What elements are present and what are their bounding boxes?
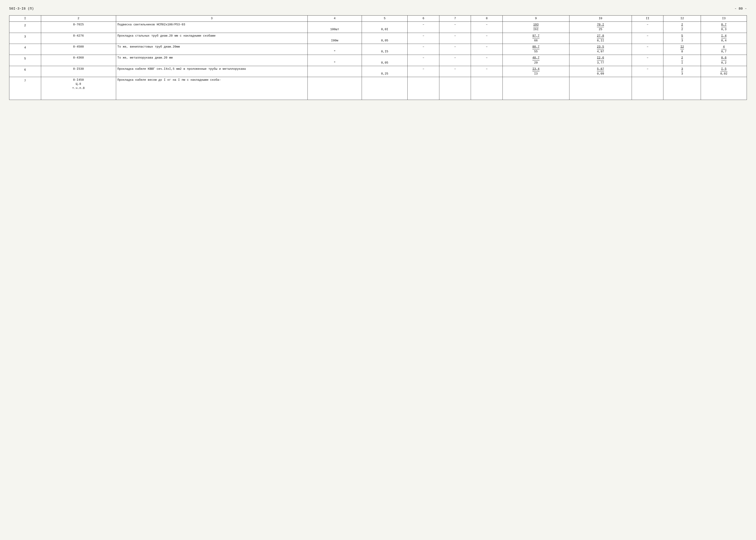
row-col12-5: 2 I	[664, 55, 701, 66]
row-col7-2: –	[439, 22, 471, 33]
row-col6-2: –	[408, 22, 440, 33]
row-col12-4: I2 8	[664, 44, 701, 55]
col-header-7: 7	[439, 16, 471, 22]
row-col13-6: I,5 0,02	[701, 66, 747, 77]
col-header-8: 8	[471, 16, 503, 22]
row-col11-4: –	[632, 44, 664, 55]
table-row: 2 8-70I5 Подвеска светильников НСП02x100…	[9, 22, 747, 33]
col-header-12: I2	[664, 16, 701, 22]
row-code-2: 8-70I5	[41, 22, 116, 33]
row-col6-7	[408, 77, 440, 100]
row-col5-6: 0,25	[362, 66, 407, 77]
table-row: 5 8-4360 То же, металлорукава диам.20 мм…	[9, 55, 747, 66]
row-col10-5: I2,6 3,77	[569, 55, 632, 66]
row-desc-5: То же, металлорукава диам.20 мм	[116, 55, 308, 66]
row-col11-2: –	[632, 22, 664, 33]
col-header-2: 2	[41, 16, 116, 22]
row-col8-3: –	[471, 33, 503, 44]
row-col7-7	[439, 77, 471, 100]
row-desc-2: Подвеска светильников НСП02x100/Р53-03	[116, 22, 308, 33]
row-col13-4: 4 0,7	[701, 44, 747, 55]
row-col11-6: –	[632, 66, 664, 77]
row-col13-2: 0,7 0,3	[701, 22, 747, 33]
row-col6-5: –	[408, 55, 440, 66]
row-col11-7	[632, 77, 664, 100]
row-col6-4: –	[408, 44, 440, 55]
row-col5-2: 0,0I	[362, 22, 407, 33]
row-col8-7	[471, 77, 503, 100]
col-header-6: 6	[408, 16, 440, 22]
row-col9-3: 97,7 66	[502, 33, 569, 44]
table-row: 7 8-I450 Ц.8 т.ч.п.8 Прокладка кабеля ве…	[9, 77, 747, 100]
row-col12-2: 2 2	[664, 22, 701, 33]
row-col9-4: 80,7 55	[502, 44, 569, 55]
page-number: - 80 -	[734, 7, 747, 11]
row-col5-5: 0,05	[362, 55, 407, 66]
row-col11-3: –	[632, 33, 664, 44]
row-desc-6: Прокладка кабеля КВВГ сеч.I4xI,5 мм2 в п…	[116, 66, 308, 77]
row-col5-3: 0,05	[362, 33, 407, 44]
col-header-4: 4	[308, 16, 362, 22]
row-num-2: 2	[9, 22, 41, 33]
row-col10-2: 70,I 25	[569, 22, 632, 33]
table-row: 4 8-4500 То же, винипластовых труб диам.…	[9, 44, 747, 55]
row-col7-5: –	[439, 55, 471, 66]
row-col7-6: –	[439, 66, 471, 77]
row-col10-3: 27,8 8,II	[569, 33, 632, 44]
row-col5-4: 0,I5	[362, 44, 407, 55]
row-col7-4: –	[439, 44, 471, 55]
row-unit-6	[308, 66, 362, 77]
row-code-6: 8-I530	[41, 66, 116, 77]
row-col7-3: –	[439, 33, 471, 44]
row-desc-4: То же, винипластовых труб диам.20мм	[116, 44, 308, 55]
row-col9-6: I3,4 I3	[502, 66, 569, 77]
col-header-5: 5	[362, 16, 407, 22]
row-unit-3: I00м	[308, 33, 362, 44]
row-col10-7	[569, 77, 632, 100]
row-col5-7	[362, 77, 407, 100]
row-unit-4: "	[308, 44, 362, 55]
row-code-3: 8-4276	[41, 33, 116, 44]
row-col10-4: 23,5 4,97	[569, 44, 632, 55]
row-unit-7	[308, 77, 362, 100]
col-header-11: II	[632, 16, 664, 22]
row-col9-5: 48,7 29	[502, 55, 569, 66]
row-col6-3: –	[408, 33, 440, 44]
row-num-4: 4	[9, 44, 41, 55]
col-header-10: I0	[569, 16, 632, 22]
doc-id: 50I-3-I8 (П)	[9, 7, 34, 11]
col-header-13: I3	[701, 16, 747, 22]
row-col10-6: 5,87 0,09	[569, 66, 632, 77]
row-col11-5: –	[632, 55, 664, 66]
row-desc-3: Прокладка стальных труб диам.20 мм с нак…	[116, 33, 308, 44]
row-num-5: 5	[9, 55, 41, 66]
row-unit-2: 100шт	[308, 22, 362, 33]
row-unit-5: "	[308, 55, 362, 66]
row-num-6: 6	[9, 66, 41, 77]
row-col12-6: 3 3	[664, 66, 701, 77]
row-num-3: 3	[9, 33, 41, 44]
row-col9-7	[502, 77, 569, 100]
row-code-5: 8-4360	[41, 55, 116, 66]
col-header-3: 3	[116, 16, 308, 22]
row-col13-3: I,4 0,4	[701, 33, 747, 44]
col-header-1: I	[9, 16, 41, 22]
row-col8-4: –	[471, 44, 503, 55]
row-col8-5: –	[471, 55, 503, 66]
row-code-4: 8-4500	[41, 44, 116, 55]
row-col8-2: –	[471, 22, 503, 33]
row-col12-7	[664, 77, 701, 100]
row-code-7: 8-I450 Ц.8 т.ч.п.8	[41, 77, 116, 100]
row-col9-2: 193 I6I	[502, 22, 569, 33]
row-col6-6: –	[408, 66, 440, 77]
row-num-7: 7	[9, 77, 41, 100]
row-col12-3: 5 3	[664, 33, 701, 44]
row-col8-6: –	[471, 66, 503, 77]
table-row: 3 8-4276 Прокладка стальных труб диам.20…	[9, 33, 747, 44]
main-table: I 2 3 4 5 6 7 8 9 I0 II I2 I3 2 8-70I5 П…	[9, 15, 747, 100]
header-row: I 2 3 4 5 6 7 8 9 I0 II I2 I3	[9, 16, 747, 22]
row-col13-7	[701, 77, 747, 100]
row-desc-7: Прокладка кабеля весом до I кг на I пм с…	[116, 77, 308, 100]
table-row: 6 8-I530 Прокладка кабеля КВВГ сеч.I4xI,…	[9, 66, 747, 77]
col-header-9: 9	[502, 16, 569, 22]
